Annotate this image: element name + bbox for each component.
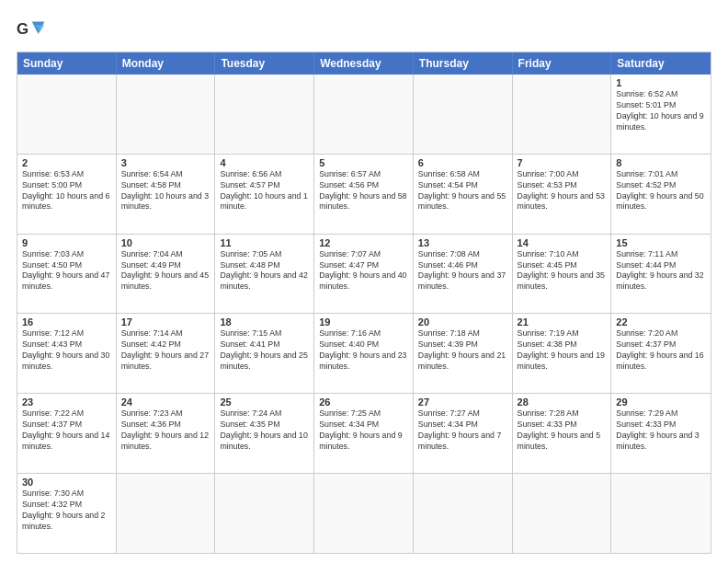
day-number: 6 [418,157,507,168]
calendar-cell-3-4: 20Sunrise: 7:18 AM Sunset: 4:39 PM Dayli… [414,314,513,393]
day-info: Sunrise: 7:05 AM Sunset: 4:48 PM Dayligh… [220,249,309,293]
day-info: Sunrise: 7:16 AM Sunset: 4:40 PM Dayligh… [319,328,408,373]
calendar-cell-0-3 [314,75,414,154]
day-info: Sunrise: 7:11 AM Sunset: 4:44 PM Dayligh… [616,249,706,293]
day-number: 23 [22,396,111,408]
day-info: Sunrise: 6:56 AM Sunset: 4:57 PM Dayligh… [220,169,309,213]
day-number: 20 [418,316,507,327]
day-info: Sunrise: 7:29 AM Sunset: 4:33 PM Dayligh… [616,408,706,453]
svg-text:G: G [17,20,28,38]
calendar-cell-3-2: 18Sunrise: 7:15 AM Sunset: 4:41 PM Dayli… [215,314,314,393]
header-day-wednesday: Wednesday [314,52,414,75]
calendar-cell-5-5 [513,474,612,553]
calendar-cell-4-5: 28Sunrise: 7:28 AM Sunset: 4:33 PM Dayli… [513,394,612,473]
day-number: 2 [22,157,111,168]
calendar-row-0: 1Sunrise: 6:52 AM Sunset: 5:01 PM Daylig… [17,75,711,154]
day-number: 24 [121,396,210,408]
calendar-cell-5-2 [215,474,314,553]
calendar-cell-4-6: 29Sunrise: 7:29 AM Sunset: 4:33 PM Dayli… [611,394,711,473]
calendar-row-2: 9Sunrise: 7:03 AM Sunset: 4:50 PM Daylig… [17,234,711,314]
calendar-cell-3-3: 19Sunrise: 7:16 AM Sunset: 4:40 PM Dayli… [314,314,414,393]
calendar-header: SundayMondayTuesdayWednesdayThursdayFrid… [17,52,711,75]
day-info: Sunrise: 7:03 AM Sunset: 4:50 PM Dayligh… [22,249,111,293]
day-info: Sunrise: 7:04 AM Sunset: 4:49 PM Dayligh… [121,249,210,293]
day-number: 10 [121,237,210,248]
calendar: SundayMondayTuesdayWednesdayThursdayFrid… [17,52,711,554]
day-info: Sunrise: 7:01 AM Sunset: 4:52 PM Dayligh… [616,169,706,213]
day-number: 30 [22,477,111,488]
calendar-cell-2-2: 11Sunrise: 7:05 AM Sunset: 4:48 PM Dayli… [215,235,314,314]
calendar-cell-1-0: 2Sunrise: 6:53 AM Sunset: 5:00 PM Daylig… [17,155,117,234]
day-info: Sunrise: 6:58 AM Sunset: 4:54 PM Dayligh… [418,169,507,213]
header-day-sunday: Sunday [17,52,117,75]
calendar-cell-2-3: 12Sunrise: 7:07 AM Sunset: 4:47 PM Dayli… [314,235,414,314]
day-info: Sunrise: 7:28 AM Sunset: 4:33 PM Dayligh… [518,408,607,453]
day-info: Sunrise: 7:30 AM Sunset: 4:32 PM Dayligh… [22,488,111,533]
calendar-cell-0-2 [215,75,314,154]
day-number: 22 [616,316,706,327]
calendar-cell-1-6: 8Sunrise: 7:01 AM Sunset: 4:52 PM Daylig… [611,155,711,234]
calendar-cell-4-1: 24Sunrise: 7:23 AM Sunset: 4:36 PM Dayli… [117,394,216,473]
header: G [17,17,711,42]
day-info: Sunrise: 6:53 AM Sunset: 5:00 PM Dayligh… [22,169,111,213]
day-number: 19 [319,316,408,327]
logo: G [17,17,50,42]
day-number: 11 [220,237,309,248]
header-day-tuesday: Tuesday [215,52,314,75]
header-day-monday: Monday [117,52,216,75]
calendar-cell-2-4: 13Sunrise: 7:08 AM Sunset: 4:46 PM Dayli… [414,235,513,314]
day-info: Sunrise: 7:23 AM Sunset: 4:36 PM Dayligh… [121,408,210,453]
day-info: Sunrise: 7:27 AM Sunset: 4:34 PM Dayligh… [418,408,507,453]
calendar-cell-5-3 [314,474,414,553]
calendar-cell-2-5: 14Sunrise: 7:10 AM Sunset: 4:45 PM Dayli… [513,235,612,314]
day-info: Sunrise: 7:15 AM Sunset: 4:41 PM Dayligh… [220,328,309,373]
day-number: 3 [121,157,210,168]
calendar-cell-5-1 [117,474,216,553]
calendar-cell-1-5: 7Sunrise: 7:00 AM Sunset: 4:53 PM Daylig… [513,155,612,234]
calendar-cell-5-4 [414,474,513,553]
calendar-cell-0-6: 1Sunrise: 6:52 AM Sunset: 5:01 PM Daylig… [611,75,711,154]
calendar-cell-1-4: 6Sunrise: 6:58 AM Sunset: 4:54 PM Daylig… [414,155,513,234]
day-info: Sunrise: 7:07 AM Sunset: 4:47 PM Dayligh… [319,249,408,293]
header-day-saturday: Saturday [611,52,711,75]
day-info: Sunrise: 7:22 AM Sunset: 4:37 PM Dayligh… [22,408,111,453]
day-number: 4 [220,157,309,168]
day-info: Sunrise: 7:14 AM Sunset: 4:42 PM Dayligh… [121,328,210,373]
calendar-cell-5-0: 30Sunrise: 7:30 AM Sunset: 4:32 PM Dayli… [17,474,117,553]
calendar-cell-4-2: 25Sunrise: 7:24 AM Sunset: 4:35 PM Dayli… [215,394,314,473]
day-number: 15 [616,237,706,248]
day-number: 28 [518,396,607,408]
day-number: 29 [616,396,706,408]
day-info: Sunrise: 6:52 AM Sunset: 5:01 PM Dayligh… [616,89,706,133]
day-info: Sunrise: 7:20 AM Sunset: 4:37 PM Dayligh… [616,328,706,373]
calendar-row-5: 30Sunrise: 7:30 AM Sunset: 4:32 PM Dayli… [17,473,711,553]
calendar-cell-2-1: 10Sunrise: 7:04 AM Sunset: 4:49 PM Dayli… [117,235,216,314]
day-info: Sunrise: 7:18 AM Sunset: 4:39 PM Dayligh… [418,328,507,373]
calendar-cell-2-0: 9Sunrise: 7:03 AM Sunset: 4:50 PM Daylig… [17,235,117,314]
day-number: 17 [121,316,210,327]
day-number: 18 [220,316,309,327]
day-info: Sunrise: 7:10 AM Sunset: 4:45 PM Dayligh… [518,249,607,293]
calendar-row-1: 2Sunrise: 6:53 AM Sunset: 5:00 PM Daylig… [17,154,711,234]
calendar-cell-0-0 [17,75,117,154]
day-info: Sunrise: 7:19 AM Sunset: 4:38 PM Dayligh… [518,328,607,373]
calendar-cell-4-0: 23Sunrise: 7:22 AM Sunset: 4:37 PM Dayli… [17,394,117,473]
day-info: Sunrise: 6:54 AM Sunset: 4:58 PM Dayligh… [121,169,210,213]
day-info: Sunrise: 6:57 AM Sunset: 4:56 PM Dayligh… [319,169,408,213]
calendar-cell-3-6: 22Sunrise: 7:20 AM Sunset: 4:37 PM Dayli… [611,314,711,393]
day-number: 21 [518,316,607,327]
calendar-body: 1Sunrise: 6:52 AM Sunset: 5:01 PM Daylig… [17,75,711,553]
header-day-thursday: Thursday [414,52,513,75]
day-number: 7 [518,157,607,168]
calendar-row-4: 23Sunrise: 7:22 AM Sunset: 4:37 PM Dayli… [17,393,711,473]
day-number: 12 [319,237,408,248]
calendar-cell-5-6 [611,474,711,553]
day-info: Sunrise: 7:00 AM Sunset: 4:53 PM Dayligh… [518,169,607,213]
calendar-cell-1-3: 5Sunrise: 6:57 AM Sunset: 4:56 PM Daylig… [314,155,414,234]
day-number: 16 [22,316,111,327]
calendar-cell-3-5: 21Sunrise: 7:19 AM Sunset: 4:38 PM Dayli… [513,314,612,393]
day-number: 13 [418,237,507,248]
calendar-row-3: 16Sunrise: 7:12 AM Sunset: 4:43 PM Dayli… [17,313,711,393]
day-number: 5 [319,157,408,168]
day-info: Sunrise: 7:08 AM Sunset: 4:46 PM Dayligh… [418,249,507,293]
